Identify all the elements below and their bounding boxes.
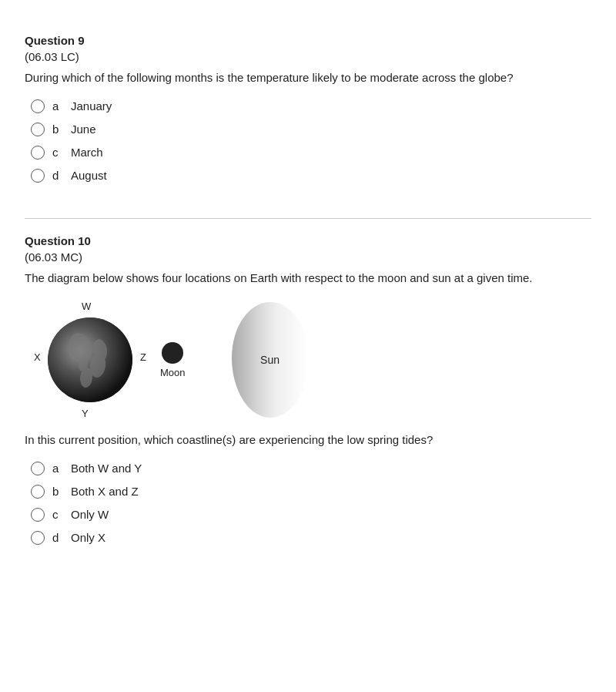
radio-9c[interactable] bbox=[31, 146, 45, 160]
question-10-text: The diagram below shows four locations o… bbox=[25, 270, 591, 287]
option-9a-label: a bbox=[52, 99, 63, 113]
question-9-code: (06.03 LC) bbox=[25, 50, 591, 63]
earth-container: W X bbox=[48, 317, 132, 402]
option-9d-label: d bbox=[52, 169, 63, 182]
option-10b[interactable]: b Both X and Z bbox=[31, 485, 591, 499]
question-9-block: Question 9 (06.03 LC) During which of th… bbox=[25, 18, 591, 210]
sun-area: Sun bbox=[232, 302, 309, 418]
option-9d[interactable]: d August bbox=[31, 169, 591, 183]
radio-10a[interactable] bbox=[31, 462, 45, 475]
option-9c-text: March bbox=[71, 146, 103, 159]
radio-10c[interactable] bbox=[31, 508, 45, 522]
radio-9a[interactable] bbox=[31, 99, 45, 113]
sun-shape: Sun bbox=[232, 302, 309, 418]
question-9-options: a January b June c March d August bbox=[31, 99, 591, 183]
radio-9b[interactable] bbox=[31, 123, 45, 136]
question-10-block: Question 10 (06.03 MC) The diagram below… bbox=[25, 218, 591, 573]
option-10c[interactable]: c Only W bbox=[31, 508, 591, 522]
moon-label: Moon bbox=[160, 367, 186, 378]
radio-10b[interactable] bbox=[31, 485, 45, 499]
earth-label-x: X bbox=[34, 351, 41, 363]
option-10b-label: b bbox=[52, 485, 63, 498]
question-10-code: (06.03 MC) bbox=[25, 250, 591, 264]
option-10d-label: d bbox=[52, 531, 63, 544]
question-9-number: Question 9 bbox=[25, 34, 591, 47]
option-10a[interactable]: a Both W and Y bbox=[31, 462, 591, 475]
earth-svg bbox=[48, 317, 132, 402]
question-10-number: Question 10 bbox=[25, 234, 591, 247]
option-9b[interactable]: b June bbox=[31, 123, 591, 136]
sun-label: Sun bbox=[260, 354, 280, 366]
svg-point-1 bbox=[48, 317, 132, 402]
earth-label-y: Y bbox=[82, 408, 89, 419]
earth-label-w: W bbox=[82, 301, 91, 312]
diagram: W X bbox=[25, 302, 591, 418]
option-10c-label: c bbox=[52, 508, 63, 521]
option-9c[interactable]: c March bbox=[31, 146, 591, 160]
option-9a-text: January bbox=[71, 99, 112, 113]
radio-10d[interactable] bbox=[31, 531, 45, 545]
moon-area: Moon bbox=[160, 342, 186, 378]
earth-globe bbox=[48, 317, 132, 402]
question-10-subtext: In this current position, which coastlin… bbox=[25, 432, 591, 449]
question-9-text: During which of the following months is … bbox=[25, 69, 591, 87]
option-9b-label: b bbox=[52, 123, 63, 136]
option-10a-label: a bbox=[52, 462, 63, 475]
earth-label-z: Z bbox=[140, 351, 146, 363]
option-9c-label: c bbox=[52, 146, 63, 159]
question-10-options: a Both W and Y b Both X and Z c Only W d… bbox=[31, 462, 591, 545]
option-10d[interactable]: d Only X bbox=[31, 531, 591, 545]
option-9a[interactable]: a January bbox=[31, 99, 591, 113]
option-10d-text: Only X bbox=[71, 531, 105, 544]
option-10c-text: Only W bbox=[71, 508, 109, 521]
moon-circle bbox=[162, 342, 183, 364]
option-10b-text: Both X and Z bbox=[71, 485, 139, 498]
option-10a-text: Both W and Y bbox=[71, 462, 142, 475]
option-9d-text: August bbox=[71, 169, 107, 182]
option-9b-text: June bbox=[71, 123, 96, 136]
radio-9d[interactable] bbox=[31, 169, 45, 183]
